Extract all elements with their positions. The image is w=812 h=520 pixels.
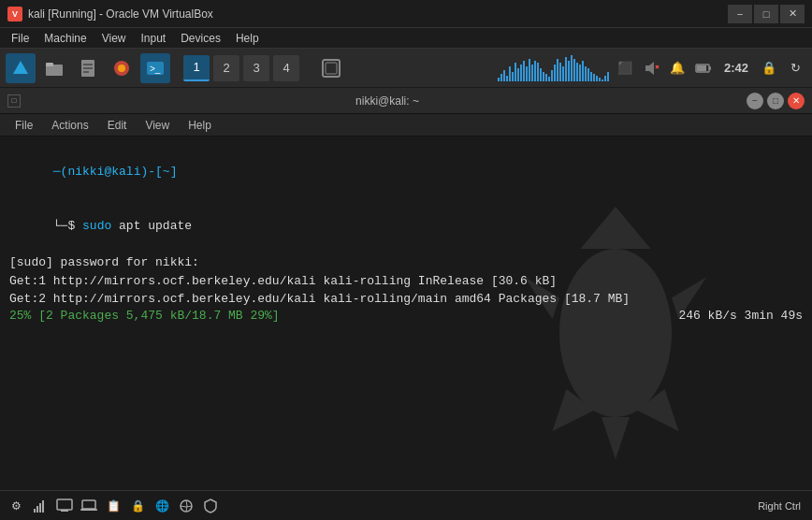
svg-rect-12 bbox=[326, 63, 337, 74]
taskbar-shield-icon[interactable] bbox=[200, 496, 221, 516]
svg-rect-18 bbox=[709, 66, 711, 70]
svg-rect-33 bbox=[61, 510, 68, 512]
svg-marker-27 bbox=[602, 417, 630, 459]
menu-file[interactable]: File bbox=[4, 30, 36, 47]
term-cmd: apt update bbox=[111, 219, 192, 233]
maximize-button[interactable]: □ bbox=[754, 5, 778, 23]
taskbar-laptop-icon[interactable] bbox=[79, 496, 99, 516]
close-button[interactable]: ✕ bbox=[780, 5, 805, 23]
taskbar-settings-icon[interactable]: ⚙ bbox=[6, 496, 26, 516]
window-controls: − □ ✕ bbox=[728, 5, 805, 23]
screen-icon: ⬛ bbox=[614, 57, 636, 79]
title-bar: V kali [Running] - Oracle VM VirtualBox … bbox=[0, 0, 812, 28]
term-user: ─(nikki@kali bbox=[53, 165, 141, 179]
taskbar: ⚙ 📋 🔒 🌐 Right Ctrl bbox=[0, 490, 812, 520]
term-path: )-[~] bbox=[140, 165, 177, 179]
svg-rect-31 bbox=[42, 500, 44, 513]
virtualbox-icon: V bbox=[7, 7, 22, 22]
mute-icon bbox=[640, 57, 662, 79]
svg-rect-30 bbox=[39, 503, 41, 513]
inner-title-bar: □ nikki@kali: ~ − □ ✕ bbox=[0, 88, 812, 114]
menu-input[interactable]: Input bbox=[134, 30, 174, 47]
term-progress-text: 25% [2 Packages 5,475 kB/18.7 MB 29%] bbox=[9, 309, 280, 323]
terminal[interactable]: ─(nikki@kali)-[~] └─$ sudo apt update [s… bbox=[0, 137, 812, 490]
svg-rect-2 bbox=[46, 63, 53, 66]
refresh-icon[interactable]: ↻ bbox=[784, 57, 806, 79]
inner-maximize-button[interactable]: □ bbox=[767, 93, 784, 109]
audio-waveform bbox=[498, 55, 610, 81]
svg-rect-6 bbox=[83, 71, 89, 73]
svg-marker-0 bbox=[13, 61, 28, 74]
snapshot-icon[interactable] bbox=[316, 53, 346, 83]
taskbar-globe-icon[interactable]: 🌐 bbox=[152, 496, 172, 516]
tab-3[interactable]: 3 bbox=[243, 55, 269, 81]
svg-marker-26 bbox=[637, 389, 679, 431]
toolbar-files-icon[interactable] bbox=[73, 53, 103, 83]
inner-menu-help[interactable]: Help bbox=[181, 117, 219, 134]
menu-view[interactable]: View bbox=[94, 30, 134, 47]
inner-title-text: nikki@kali: ~ bbox=[28, 94, 747, 108]
taskbar-right-ctrl: Right Ctrl bbox=[752, 500, 806, 512]
terminal-progress-line: 25% [2 Packages 5,475 kB/18.7 MB 29%] 24… bbox=[9, 309, 803, 323]
svg-marker-13 bbox=[645, 62, 654, 75]
inner-menu-bar: File Actions Edit View Help bbox=[0, 114, 812, 137]
svg-rect-28 bbox=[34, 509, 36, 513]
svg-rect-4 bbox=[83, 64, 93, 65]
svg-rect-35 bbox=[80, 509, 97, 511]
toolbar: >_ 1 2 3 4 bbox=[0, 49, 812, 88]
terminal-get2-line: Get:2 http://mirrors.ocf.berkeley.edu/ka… bbox=[9, 290, 803, 309]
time-display: 2:42 bbox=[718, 61, 754, 75]
terminal-get1-line: Get:1 http://mirrors.ocf.berkeley.edu/ka… bbox=[9, 272, 803, 291]
inner-minimize-button[interactable]: − bbox=[747, 93, 763, 109]
inner-menu-file[interactable]: File bbox=[7, 117, 40, 134]
term-speed-info: 246 kB/s 3min 49s bbox=[678, 309, 803, 323]
notification-icon: 🔔 bbox=[666, 57, 689, 79]
inner-window-controls: − □ ✕ bbox=[747, 93, 805, 109]
tab-1[interactable]: 1 bbox=[183, 55, 210, 81]
svg-rect-17 bbox=[697, 65, 706, 71]
menu-bar: File Machine View Input Devices Help bbox=[0, 28, 812, 49]
lock-icon: 🔒 bbox=[758, 57, 780, 79]
svg-rect-29 bbox=[36, 506, 38, 513]
menu-help[interactable]: Help bbox=[228, 30, 267, 47]
title-text: kali [Running] - Oracle VM VirtualBox bbox=[28, 7, 728, 21]
svg-rect-34 bbox=[82, 500, 95, 509]
toolbar-kali-icon[interactable] bbox=[6, 53, 36, 83]
toolbar-firefox-icon[interactable] bbox=[107, 53, 137, 83]
vm-window: □ nikki@kali: ~ − □ ✕ File Actions Edit … bbox=[0, 88, 812, 490]
svg-point-8 bbox=[118, 65, 125, 72]
taskbar-extra1-icon[interactable] bbox=[176, 496, 196, 516]
inner-close-button[interactable]: ✕ bbox=[788, 93, 805, 109]
svg-text:>_: >_ bbox=[150, 64, 161, 74]
svg-rect-32 bbox=[57, 499, 72, 510]
term-sudo: sudo bbox=[82, 219, 111, 233]
inner-window-icon: □ bbox=[7, 94, 21, 108]
tab-2[interactable]: 2 bbox=[213, 55, 239, 81]
taskbar-clipboard-icon[interactable]: 📋 bbox=[103, 496, 123, 516]
taskbar-signal-icon[interactable] bbox=[30, 496, 51, 516]
inner-menu-actions[interactable]: Actions bbox=[44, 117, 95, 134]
battery-icon bbox=[692, 57, 715, 79]
minimize-button[interactable]: − bbox=[728, 5, 752, 23]
svg-marker-25 bbox=[553, 389, 595, 431]
toolbar-folder-icon[interactable] bbox=[39, 53, 69, 83]
tab-4[interactable]: 4 bbox=[273, 55, 299, 81]
terminal-prompt-line: ─(nikki@kali)-[~] bbox=[9, 144, 803, 199]
svg-rect-5 bbox=[83, 67, 93, 69]
toolbar-terminal-icon[interactable]: >_ bbox=[140, 53, 170, 83]
menu-devices[interactable]: Devices bbox=[173, 30, 228, 47]
term-dollar: └─$ bbox=[53, 219, 82, 233]
taskbar-display-icon[interactable] bbox=[54, 496, 75, 516]
inner-menu-view[interactable]: View bbox=[138, 117, 177, 134]
inner-menu-edit[interactable]: Edit bbox=[100, 117, 135, 134]
menu-machine[interactable]: Machine bbox=[36, 30, 94, 47]
terminal-sudo-line: [sudo] password for nikki: bbox=[9, 253, 803, 272]
taskbar-lock2-icon[interactable]: 🔒 bbox=[127, 496, 148, 516]
terminal-command-line: └─$ sudo apt update bbox=[9, 199, 803, 254]
